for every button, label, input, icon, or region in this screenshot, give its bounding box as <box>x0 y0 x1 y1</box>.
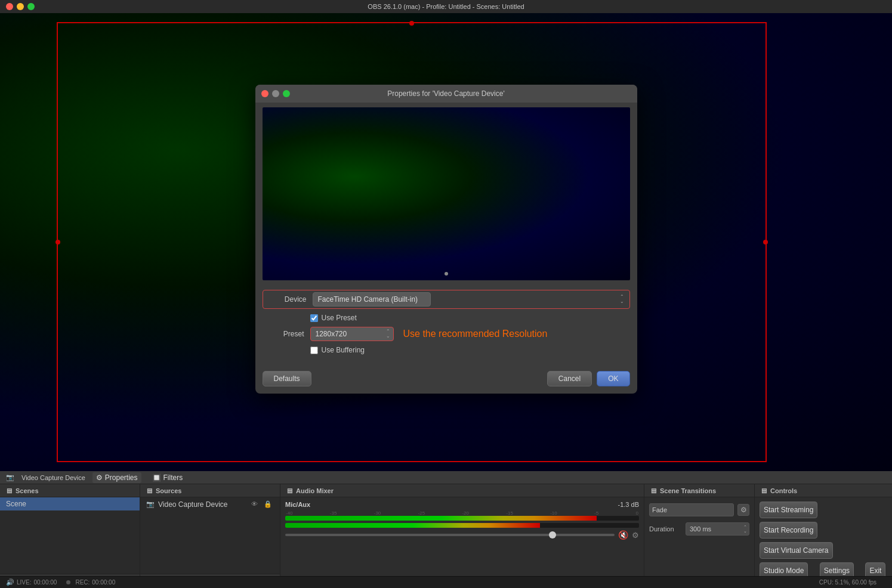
use-preset-label: Use Preset <box>322 314 357 322</box>
preset-select[interactable]: 1280x720 <box>310 327 394 341</box>
duration-row: Duration <box>644 520 754 538</box>
audio-mixer-header: ▤ Audio Mixer <box>280 484 644 497</box>
dialog-min-button[interactable] <box>272 90 279 97</box>
use-preset-row: Use Preset <box>310 314 630 322</box>
source-item[interactable]: 📷 Video Capture Device 👁 🔒 <box>140 497 280 511</box>
source-titlebar: 📷 Video Capture Device ⚙ Properties 🔲 Fi… <box>0 471 892 484</box>
dialog-right-buttons: Cancel OK <box>547 371 630 386</box>
ok-button[interactable]: OK <box>597 371 629 386</box>
defaults-button[interactable]: Defaults <box>263 371 311 386</box>
transition-type-select[interactable]: Fade <box>649 503 734 516</box>
controls-panel: ▤ Controls Start Streaming Start Recordi… <box>755 484 892 588</box>
start-virtual-camera-button[interactable]: Start Virtual Camera <box>760 542 833 559</box>
gear-small-icon: ⚙ <box>96 474 103 482</box>
filter-icon: 🔲 <box>152 474 161 482</box>
source-item-label: Video Capture Device <box>158 500 246 509</box>
duration-input[interactable] <box>686 522 749 536</box>
duration-input-wrapper[interactable] <box>686 522 749 536</box>
sources-list: 📷 Video Capture Device 👁 🔒 <box>140 497 280 574</box>
live-indicator <box>66 580 70 584</box>
maximize-button[interactable] <box>27 3 35 10</box>
transition-config-button[interactable]: ⚙ <box>737 504 749 516</box>
close-button[interactable] <box>6 3 13 10</box>
rec-label: REC: <box>75 579 89 586</box>
scenes-header: ▤ Scenes <box>0 484 140 497</box>
audio-meter-bar-2 <box>285 523 540 528</box>
device-select-wrapper[interactable]: FaceTime HD Camera (Built-in) <box>313 292 628 307</box>
audio-header-label: Audio Mixer <box>296 487 334 494</box>
volume-slider[interactable] <box>285 534 615 536</box>
preset-select-wrapper[interactable]: 1280x720 <box>310 327 394 341</box>
mute-button[interactable]: 🔇 <box>618 530 628 540</box>
device-select[interactable]: FaceTime HD Camera (Built-in) <box>313 292 431 307</box>
start-recording-button[interactable]: Start Recording <box>760 522 817 539</box>
cancel-button[interactable]: Cancel <box>547 371 592 386</box>
title-bar: OBS 26.1.0 (mac) - Profile: Untitled - S… <box>0 0 892 13</box>
source-title-icon: 📷 <box>6 474 14 481</box>
controls-content: Start Streaming Start Recording Start Vi… <box>755 497 892 588</box>
volume-thumb[interactable] <box>549 531 556 539</box>
audio-content: Mic/Aux -1.3 dB -40 -35 -30 -25 -20 -15 … <box>280 497 644 588</box>
preset-label: Preset <box>263 330 304 338</box>
recommendation-text: Use the recommended Resolution <box>403 329 548 339</box>
sources-icon: ▤ <box>145 487 153 495</box>
audio-db-value: -1.3 dB <box>618 501 639 508</box>
dialog-window-controls[interactable] <box>261 90 290 97</box>
minimize-button[interactable] <box>17 3 24 10</box>
audio-meter-bar <box>285 516 597 521</box>
controls-header-label: Controls <box>770 487 797 494</box>
cpu-status: CPU: 5.1%, 60.00 fps <box>819 579 876 586</box>
controls-icon: ▤ <box>760 487 768 495</box>
audio-settings-button[interactable]: ⚙ <box>632 531 639 540</box>
audio-channel-name: Mic/Aux <box>285 501 310 508</box>
start-streaming-button[interactable]: Start Streaming <box>760 502 817 518</box>
source-visibility-button[interactable]: 👁 <box>249 500 260 509</box>
properties-tab-label: Properties <box>105 474 138 482</box>
use-buffering-label: Use Buffering <box>322 346 365 354</box>
status-bar: 🔊 LIVE: 00:00:00 REC: 00:00:00 CPU: 5.1%… <box>0 576 892 588</box>
source-item-actions: 👁 🔒 <box>249 500 274 509</box>
window-title: OBS 26.1.0 (mac) - Profile: Untitled - S… <box>368 3 524 10</box>
window-controls[interactable] <box>6 3 35 10</box>
transitions-icon: ▤ <box>649 487 658 495</box>
live-time: 00:00:00 <box>33 579 57 586</box>
sources-header-label: Sources <box>156 487 181 494</box>
audio-channel-controls: 🔇 ⚙ <box>285 530 639 540</box>
scenes-header-label: Scenes <box>16 487 39 494</box>
filters-tab-label: Filters <box>163 474 183 482</box>
audio-meter <box>285 516 639 521</box>
preset-row: Preset 1280x720 Use the recommended Reso… <box>263 327 630 341</box>
properties-dialog: Properties for 'Video Capture Device' De… <box>255 85 637 394</box>
audio-icon: ▤ <box>285 487 294 495</box>
panels-row: ▤ Scenes Scene + − ↑ ↓ ▤ Sources <box>0 484 892 588</box>
tab-filters[interactable]: 🔲 Filters <box>149 472 187 483</box>
rec-time: 00:00:00 <box>92 579 115 586</box>
sources-panel: ▤ Sources 📷 Video Capture Device 👁 🔒 + −… <box>140 484 280 588</box>
use-buffering-row: Use Buffering <box>310 346 630 354</box>
main-preview: Properties for 'Video Capture Device' De… <box>0 13 892 471</box>
transitions-content: Fade ⚙ Duration <box>644 497 754 588</box>
dialog-titlebar: Properties for 'Video Capture Device' <box>255 85 637 103</box>
live-status: LIVE: 00:00:00 <box>17 579 57 586</box>
device-label: Device <box>265 295 307 304</box>
cpu-label: CPU: 5.1%, 60.00 fps <box>819 579 876 586</box>
device-row: Device FaceTime HD Camera (Built-in) <box>263 290 630 309</box>
transition-type-row: Fade ⚙ <box>644 500 754 520</box>
transitions-header: ▤ Scene Transitions <box>644 484 754 497</box>
dialog-max-button[interactable] <box>283 90 290 97</box>
dialog-close-button[interactable] <box>261 90 268 97</box>
rec-status: REC: 00:00:00 <box>75 579 115 586</box>
tab-properties[interactable]: ⚙ Properties <box>92 472 141 483</box>
scene-item[interactable]: Scene <box>0 497 140 510</box>
source-title-label: Video Capture Device <box>21 474 85 481</box>
audio-meter-2 <box>285 523 639 528</box>
source-lock-button[interactable]: 🔒 <box>262 500 274 509</box>
transitions-header-label: Scene Transitions <box>660 487 716 494</box>
dialog-controls: Device FaceTime HD Camera (Built-in) Use… <box>255 285 637 366</box>
scenes-panel: ▤ Scenes Scene + − ↑ ↓ <box>0 484 140 588</box>
scene-transitions-panel: ▤ Scene Transitions Fade ⚙ Duration <box>644 484 755 588</box>
audio-mixer-panel: ▤ Audio Mixer Mic/Aux -1.3 dB -40 -35 -3… <box>280 484 644 588</box>
use-preset-checkbox[interactable] <box>310 314 318 322</box>
use-buffering-checkbox[interactable] <box>310 346 318 354</box>
meter-scale: -40 -35 -30 -25 -20 -15 -10 -5 0 <box>285 510 639 516</box>
